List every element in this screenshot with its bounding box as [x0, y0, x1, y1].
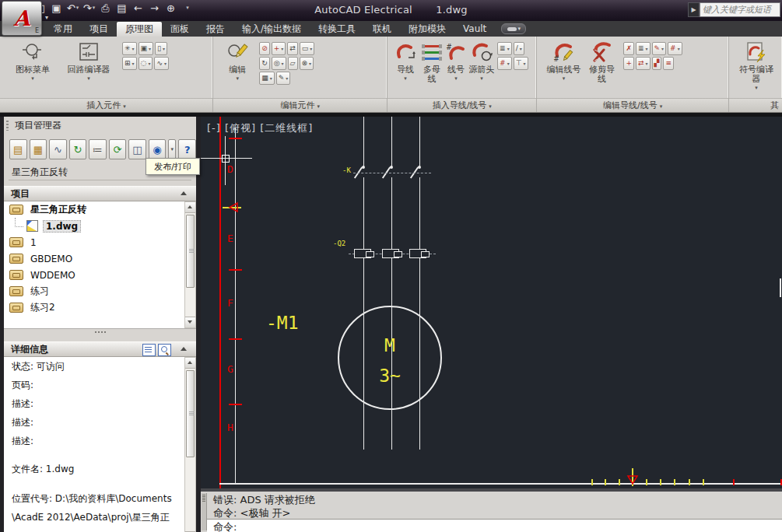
delete-wire-number-icon[interactable]: ✗: [623, 42, 634, 55]
section-header-project[interactable]: 项目: [4, 186, 196, 201]
tab-addins[interactable]: 附加模块: [400, 21, 454, 37]
back-icon[interactable]: ←: [131, 1, 146, 16]
ladder-rail[interactable]: [219, 117, 221, 488]
tab-import-export[interactable]: 输入/输出数据: [233, 21, 310, 37]
delete-component-icon[interactable]: ⊘: [259, 42, 270, 55]
ladder-icon[interactable]: ≣▾: [497, 42, 512, 55]
switch-tag[interactable]: -K: [342, 166, 351, 174]
icon-menu-button[interactable]: 图标菜单 ▾: [9, 40, 57, 82]
tree-item-star-delta-project[interactable]: 星三角正反转: [4, 201, 196, 218]
phase-wire-2[interactable]: [391, 117, 392, 166]
plot-preview-button[interactable]: ◫: [128, 139, 146, 159]
refresh-button[interactable]: ↻: [69, 139, 87, 159]
tab-project[interactable]: 项目: [81, 21, 117, 37]
wire-number-button[interactable]: # 线号 ▾: [445, 40, 467, 82]
move-attribute-icon[interactable]: ✎▾: [276, 72, 291, 85]
motor-circle[interactable]: [338, 306, 442, 410]
move-wire-number-icon[interactable]: +: [623, 57, 634, 70]
open-project-button[interactable]: ▤: [9, 139, 27, 159]
overload-tag[interactable]: -Q2: [333, 240, 345, 247]
section-header-details[interactable]: 详细信息: [4, 341, 196, 357]
tree-item-1[interactable]: 1: [4, 234, 196, 250]
source-arrow-triangle-icon[interactable]: [227, 201, 240, 214]
edit-wire-icon[interactable]: ✎▾: [652, 42, 667, 55]
flip-wire-number-icon[interactable]: ▞: [652, 57, 662, 70]
publish-print-button[interactable]: ◉: [149, 139, 167, 159]
panel-label-edit-components[interactable]: 编辑元件▾: [213, 98, 387, 112]
bottom-marker-triangle-icon[interactable]: [626, 474, 639, 485]
new-project-button[interactable]: ▦: [30, 139, 47, 159]
collapse-icon[interactable]: [181, 191, 187, 195]
update-block-icon[interactable]: ◎▾: [272, 57, 286, 70]
plot-icon[interactable]: ⎙: [98, 1, 113, 16]
tab-schematic[interactable]: 原理图: [117, 22, 162, 37]
toggle-wire-number-icon[interactable]: ≡: [663, 57, 674, 70]
edit-component-button[interactable]: 编辑 ▾: [222, 40, 253, 82]
palette-grip[interactable]: [6, 121, 9, 131]
tab-vault[interactable]: Vault: [454, 21, 495, 37]
search-input[interactable]: [700, 2, 780, 17]
edit-attributes-icon[interactable]: ▦▾: [259, 72, 275, 85]
panel-label-insert-wires[interactable]: 插入导线/线号▾: [387, 98, 536, 112]
forward-icon[interactable]: →: [147, 1, 162, 16]
tab-conversion-tools[interactable]: 转换工具: [310, 21, 364, 37]
phase-wire-1[interactable]: [363, 117, 364, 166]
application-menu-button[interactable]: A E ▾: [2, 1, 42, 36]
symbol-builder-button[interactable]: 符号编译器 ▾: [736, 40, 777, 91]
trim-wire-button[interactable]: 修剪导线: [586, 40, 617, 84]
tree-item-wddemo[interactable]: WDDEMO: [4, 267, 196, 283]
command-input[interactable]: 命令:: [207, 519, 782, 532]
tab-common[interactable]: 常用: [45, 21, 81, 37]
scrollbar-thumb[interactable]: [186, 215, 195, 288]
details-scrollbar[interactable]: [184, 357, 196, 532]
redo-icon[interactable]: ↷▾: [82, 1, 96, 16]
preview-icon[interactable]: [158, 344, 171, 356]
tee-marker-icon[interactable]: ⊤▾: [514, 57, 528, 70]
tab-reports[interactable]: 报告: [198, 21, 233, 37]
tree-item-practice[interactable]: 练习: [4, 283, 196, 299]
fix-wire-number-icon[interactable]: #▾: [668, 42, 682, 55]
tab-panel[interactable]: 面板: [162, 21, 198, 37]
align-component-icon[interactable]: ▭▾: [300, 42, 315, 55]
motor-letter[interactable]: M: [338, 335, 442, 355]
overload-element[interactable]: [382, 249, 399, 258]
panel-label-other[interactable]: 其: [729, 98, 782, 112]
drawing-canvas[interactable]: [-] [俯视] [二维线框] D E F G H -K: [201, 117, 782, 488]
scrollbar-thumb[interactable]: [186, 370, 195, 457]
insert-dashed-link-icon[interactable]: ◌▾: [139, 57, 153, 70]
dot-tee-icon[interactable]: #▾: [497, 57, 512, 70]
help-button[interactable]: ?: [178, 139, 196, 159]
multiple-bus-button[interactable]: 多母线: [420, 40, 444, 84]
viewport-controls[interactable]: [-] [俯视] [二维线框]: [207, 121, 313, 135]
drawing-list-button[interactable]: ∿: [49, 139, 67, 159]
toggle-contact-icon[interactable]: ∿▾: [154, 57, 169, 70]
edit-wire-number-button[interactable]: # 编辑线号 ▾: [545, 40, 581, 82]
tab-online[interactable]: 联机: [364, 21, 400, 37]
stretch-wire-icon[interactable]: ⇄▾: [636, 57, 650, 70]
workspace-icon[interactable]: ⊕: [163, 1, 178, 16]
frame-bottom-border[interactable]: [219, 483, 782, 485]
tree-item-gbdemo[interactable]: GBDEMO: [4, 250, 196, 267]
command-window-grip[interactable]: [202, 493, 207, 530]
palette-title[interactable]: 项目管理器: [4, 117, 196, 134]
multi-insert-icon[interactable]: ✳▾: [122, 42, 137, 55]
tab-overflow-button[interactable]: ▾: [501, 21, 526, 37]
overload-element[interactable]: [409, 249, 426, 258]
phase-wire-3[interactable]: [419, 117, 420, 166]
retag-icon[interactable]: ↻: [259, 57, 270, 70]
panel-label-edit-wires[interactable]: 编辑导线/线号▾: [537, 98, 728, 112]
sheet-set-icon[interactable]: ▤: [114, 1, 129, 16]
update-retag-button[interactable]: ⟳: [109, 139, 127, 159]
tree-scrollbar[interactable]: [184, 201, 196, 328]
overload-element[interactable]: [354, 249, 371, 258]
swap-component-icon[interactable]: ⇄: [287, 42, 298, 55]
erase-block-icon[interactable]: ⊗▾: [300, 57, 314, 70]
source-arrow-button[interactable]: 源箭头 ▾: [468, 40, 495, 82]
add-rung-icon[interactable]: ≣▾: [636, 42, 650, 55]
motor-tag[interactable]: -M1: [266, 313, 299, 333]
scroll-down-icon[interactable]: [185, 317, 195, 327]
insert-plc-icon[interactable]: ⊞▾: [122, 57, 137, 70]
details-view-icon[interactable]: [142, 344, 156, 356]
insert-catalog-icon[interactable]: ▯▾: [155, 42, 167, 55]
phase-wire-2[interactable]: [391, 177, 392, 249]
